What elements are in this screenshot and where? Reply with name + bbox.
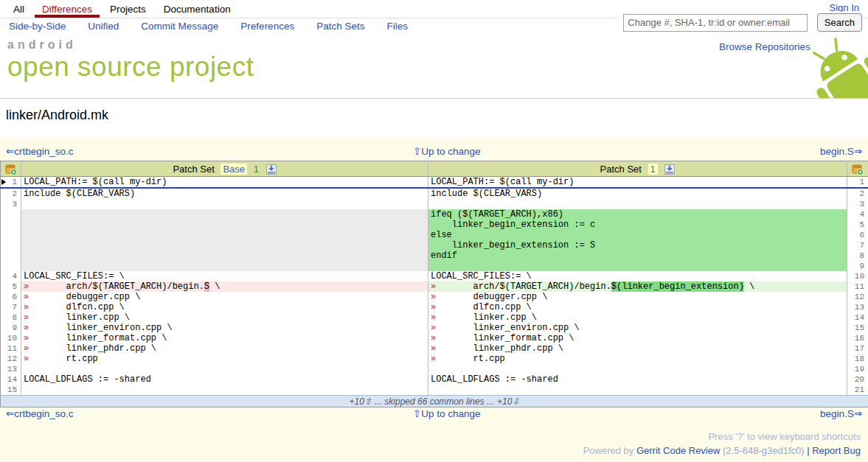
code-cell-right[interactable] xyxy=(428,199,847,209)
line-number-left: 1 xyxy=(1,177,21,189)
next-file-link[interactable]: begin.S⇒ xyxy=(820,407,862,419)
download-patch-icon-right[interactable] xyxy=(664,164,675,175)
code-cell-left[interactable] xyxy=(21,261,428,271)
prev-file-link[interactable]: ⇐crtbegin_so.c xyxy=(6,145,74,157)
line-number-left: 6 xyxy=(1,292,21,302)
skipped-lines-row: +10⇧... skipped 66 common lines ...+10⇩ xyxy=(1,396,868,407)
code-cell-left[interactable] xyxy=(21,209,428,220)
code-cell-left[interactable] xyxy=(21,251,428,261)
code-cell-right[interactable]: » linker_phdr.cpp \ xyxy=(428,343,847,354)
code-cell-left[interactable]: » debugger.cpp \ xyxy=(21,292,428,302)
line-number-right: 10 xyxy=(847,271,868,281)
line-number-left xyxy=(1,209,21,220)
patch-set-option-1-right[interactable]: 1 xyxy=(648,164,658,175)
sub-menu: Side-by-SideUnifiedCommit MessagePrefere… xyxy=(9,19,430,32)
code-cell-left[interactable]: » linker_format.cpp \ xyxy=(21,333,428,343)
line-number-right: 18 xyxy=(847,354,868,364)
diff-row: ifeq ($(TARGET_ARCH),x86)4 xyxy=(1,209,868,220)
next-file-link[interactable]: begin.S⇒ xyxy=(820,145,862,157)
code-cell-right[interactable]: linker_begin_extension := c xyxy=(428,220,847,230)
code-cell-left[interactable]: LOCAL_PATH:= $(call my-dir) xyxy=(21,177,428,189)
browse-repositories-link[interactable]: Browse Repositories xyxy=(719,41,810,52)
code-cell-right[interactable]: » dlfcn.cpp \ xyxy=(428,302,847,312)
code-cell-right[interactable] xyxy=(428,261,847,271)
code-cell-left[interactable]: » dlfcn.cpp \ xyxy=(21,302,428,312)
diff-row: 8» linker.cpp \» linker.cpp \14 xyxy=(1,312,868,323)
line-number-right: 12 xyxy=(847,292,868,302)
code-cell-right[interactable] xyxy=(428,364,847,374)
download-patch-icon-left[interactable] xyxy=(266,164,277,175)
footer-separator: | xyxy=(807,445,809,456)
code-cell-right[interactable]: LOCAL_PATH:= $(call my-dir) xyxy=(428,177,847,189)
code-cell-left[interactable]: include $(CLEAR_VARS) xyxy=(21,188,428,199)
line-number-left: 10 xyxy=(1,333,21,343)
code-cell-left[interactable]: » arch/$(TARGET_ARCH)/begin.S \ xyxy=(21,281,428,292)
keyboard-shortcut-hint: Press '?' to view keyboard shortcuts xyxy=(583,430,861,444)
code-cell-left[interactable] xyxy=(21,364,428,374)
tab-commit-message[interactable]: Commit Message xyxy=(141,21,218,32)
line-number-right: 20 xyxy=(847,374,868,385)
report-bug-link[interactable]: Report Bug xyxy=(812,445,861,456)
header-divider xyxy=(0,98,868,99)
code-cell-right[interactable]: » linker_environ.cpp \ xyxy=(428,323,847,333)
tab-unified[interactable]: Unified xyxy=(88,21,119,32)
code-cell-left[interactable]: » linker_environ.cpp \ xyxy=(21,323,428,333)
code-cell-right[interactable]: » debugger.cpp \ xyxy=(428,292,847,302)
line-number-left: 4 xyxy=(1,271,21,281)
current-line-pointer-icon xyxy=(1,179,6,185)
tab-preferences[interactable]: Preferences xyxy=(240,21,294,32)
line-number-left xyxy=(1,251,21,261)
code-cell-left[interactable] xyxy=(21,199,428,209)
code-cell-right[interactable]: » linker.cpp \ xyxy=(428,312,847,323)
tab-side-by-side[interactable]: Side-by-Side xyxy=(9,21,66,32)
code-cell-right[interactable]: endif xyxy=(428,251,847,261)
gerrit-diff-screen: AllDifferencesProjectsDocumentation Sign… xyxy=(0,0,868,462)
code-cell-left[interactable] xyxy=(21,240,428,251)
tab-projects[interactable]: Projects xyxy=(101,0,155,17)
android-robot-logo xyxy=(799,37,868,99)
patch-set-option-1-left[interactable]: 1 xyxy=(254,164,259,175)
code-cell-right[interactable]: » rt.cpp xyxy=(428,354,847,364)
tab-documentation[interactable]: Documentation xyxy=(155,0,240,17)
up-to-change-link[interactable]: ⇧Up to change xyxy=(413,145,481,157)
diff-row: 9 xyxy=(1,261,868,271)
tab-patch-sets[interactable]: Patch Sets xyxy=(316,21,364,32)
code-cell-left[interactable]: LOCAL_LDFLAGS := -shared xyxy=(21,374,428,385)
add-file-comment-icon[interactable] xyxy=(852,164,864,175)
diff-row: linker_begin_extension := S7 xyxy=(1,240,868,251)
code-cell-right[interactable]: include $(CLEAR_VARS) xyxy=(428,188,847,199)
code-cell-right[interactable]: » arch/$(TARGET_ARCH)/begin.$(linker_beg… xyxy=(428,281,847,292)
code-cell-right[interactable]: else xyxy=(428,230,847,240)
diff-rows: 1LOCAL_PATH:= $(call my-dir)LOCAL_PATH:=… xyxy=(1,177,868,396)
diff-row: 11» linker_phdr.cpp \» linker_phdr.cpp \… xyxy=(1,343,868,354)
tab-all[interactable]: All xyxy=(4,0,33,17)
code-cell-right[interactable]: » linker_format.cpp \ xyxy=(428,333,847,343)
patch-set-option-base[interactable]: Base xyxy=(221,164,247,175)
code-cell-left[interactable] xyxy=(21,220,428,230)
code-cell-right[interactable]: LOCAL_SRC_FILES:= \ xyxy=(428,271,847,281)
code-cell-right[interactable]: linker_begin_extension := S xyxy=(428,240,847,251)
prev-file-link[interactable]: ⇐crtbegin_so.c xyxy=(6,407,74,419)
tab-differences[interactable]: Differences xyxy=(33,0,101,17)
search-button[interactable]: Search xyxy=(817,13,862,32)
code-cell-left[interactable]: » rt.cpp xyxy=(21,354,428,364)
code-cell-right[interactable] xyxy=(428,385,847,396)
expand-up-link[interactable]: +10⇧ xyxy=(350,396,372,407)
diff-row: 6» debugger.cpp \» debugger.cpp \12 xyxy=(1,292,868,302)
up-to-change-link[interactable]: ⇧Up to change xyxy=(413,407,481,419)
line-number-left xyxy=(1,261,21,271)
gerrit-code-review-link[interactable]: Gerrit Code Review xyxy=(636,445,720,456)
tab-files[interactable]: Files xyxy=(386,21,408,32)
expand-down-link[interactable]: +10⇩ xyxy=(497,396,519,407)
diff-row: 2include $(CLEAR_VARS)include $(CLEAR_VA… xyxy=(1,188,868,199)
code-cell-right[interactable]: LOCAL_LDFLAGS := -shared xyxy=(428,374,847,385)
code-cell-left[interactable] xyxy=(21,230,428,240)
add-file-comment-icon[interactable] xyxy=(5,164,17,175)
search-input[interactable] xyxy=(623,14,808,32)
code-cell-left[interactable] xyxy=(21,385,428,396)
code-cell-left[interactable]: LOCAL_SRC_FILES:= \ xyxy=(21,271,428,281)
code-cell-left[interactable]: » linker.cpp \ xyxy=(21,312,428,323)
code-cell-right[interactable]: ifeq ($(TARGET_ARCH),x86) xyxy=(428,209,847,220)
code-cell-left[interactable]: » linker_phdr.cpp \ xyxy=(21,343,428,354)
page-title: linker/Android.mk xyxy=(6,108,108,123)
